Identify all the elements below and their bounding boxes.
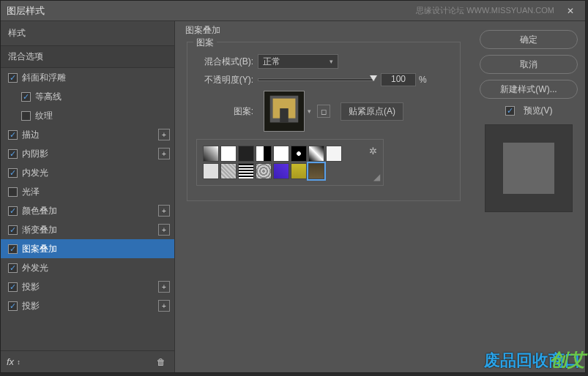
style-label: 图案叠加 [22,243,170,255]
style-checkbox[interactable] [8,206,18,216]
pattern-swatch[interactable] [220,146,237,162]
pattern-swatch[interactable] [238,163,254,179]
pattern-swatch[interactable] [220,163,237,179]
dialog-title: 图层样式 [7,4,416,18]
style-label: 投影 [22,300,155,312]
gear-icon[interactable]: ✲ [369,146,377,157]
opacity-slider[interactable] [258,78,375,81]
pattern-swatch[interactable] [291,163,307,179]
style-checkbox[interactable] [8,225,18,235]
style-item-0[interactable]: 斜面和浮雕 [1,68,174,87]
style-checkbox[interactable] [21,92,31,102]
style-item-4[interactable]: 内阴影+ [1,144,174,163]
pattern-group: 图案 混合模式(B): 正常 ▾ 不透明度(Y): 100 % 图案: [187,42,461,201]
chevron-down-icon: ▾ [330,58,333,65]
pattern-swatch[interactable] [273,163,289,179]
style-label: 光泽 [22,186,170,198]
style-label: 投影 [22,281,155,293]
panel-title: 图案叠加 [185,24,220,37]
style-checkbox[interactable] [8,263,18,273]
trash-icon[interactable]: 🗑 [157,357,168,367]
pattern-swatch[interactable] [273,146,289,162]
style-checkbox[interactable] [8,301,18,311]
pattern-swatch[interactable] [308,163,324,179]
style-item-2[interactable]: 纹理 [1,106,174,125]
svg-rect-3 [280,108,289,122]
pattern-swatch[interactable] [291,146,307,162]
pattern-swatch[interactable] [308,146,324,162]
pattern-preview[interactable] [264,91,305,132]
snap-origin-button[interactable]: 贴紧原点(A) [340,102,403,121]
pattern-dropdown-icon[interactable]: ▾ [308,108,311,115]
style-checkbox[interactable] [21,111,31,121]
style-item-6[interactable]: 光泽 [1,182,174,201]
style-checkbox[interactable] [8,73,18,83]
pattern-swatch[interactable] [256,146,272,162]
style-item-11[interactable]: 投影+ [1,277,174,296]
opacity-unit: % [419,75,427,85]
blend-mode-label: 混合模式(B): [196,56,253,68]
blend-options-header[interactable]: 混合选项 [1,45,174,68]
pattern-label: 图案: [196,105,253,118]
style-item-10[interactable]: 外发光 [1,258,174,277]
pattern-swatch[interactable] [203,163,219,179]
cancel-button[interactable]: 取消 [480,55,578,74]
style-checkbox[interactable] [8,282,18,292]
style-item-1[interactable]: 等高线 [1,87,174,106]
action-panel: 确定 取消 新建样式(W)... 预览(V) [472,21,585,372]
style-label: 外发光 [22,262,170,274]
fx-icon[interactable]: fx [7,356,14,367]
styles-header[interactable]: 样式 [1,21,174,45]
layer-style-dialog: 图层样式 思缘设计论坛 WWW.MISSYUAN.COM ✕ 样式 混合选项 斜… [0,0,586,373]
add-effect-icon[interactable]: + [158,281,170,293]
pattern-swatch[interactable] [256,163,272,179]
style-checkbox[interactable] [8,130,18,140]
new-pattern-icon[interactable]: ◻ [317,105,330,118]
style-checkbox[interactable] [8,244,18,254]
preview-swatch [503,143,554,194]
opacity-label: 不透明度(Y): [196,74,253,86]
style-item-7[interactable]: 颜色叠加+ [1,201,174,220]
add-effect-icon[interactable]: + [158,129,170,140]
ok-button[interactable]: 确定 [480,30,578,49]
style-checkbox[interactable] [8,168,18,178]
swatch-grid [203,146,349,179]
blend-mode-select[interactable]: 正常 ▾ [258,54,338,69]
add-effect-icon[interactable]: + [158,300,170,312]
style-item-8[interactable]: 渐变叠加+ [1,220,174,239]
pattern-swatch[interactable] [326,146,342,162]
opacity-input[interactable]: 100 [381,73,416,86]
style-item-12[interactable]: 投影+ [1,296,174,315]
preview-label: 预览(V) [524,105,553,117]
add-effect-icon[interactable]: + [158,205,170,217]
style-checkbox[interactable] [8,149,18,159]
style-list: 斜面和浮雕等高线纹理描边+内阴影+内发光光泽颜色叠加+渐变叠加+图案叠加外发光投… [1,68,174,350]
style-label: 内发光 [22,167,170,179]
style-item-9[interactable]: 图案叠加 [1,239,174,258]
style-label: 纹理 [35,110,170,122]
pattern-swatch[interactable] [238,146,254,162]
preview-toggle[interactable]: 预览(V) [480,105,578,117]
blend-mode-value: 正常 [263,56,330,68]
preview-checkbox[interactable] [505,106,515,116]
style-label: 等高线 [35,91,170,103]
new-style-button[interactable]: 新建样式(W)... [480,80,578,99]
pattern-swatch[interactable] [203,146,219,162]
style-item-3[interactable]: 描边+ [1,125,174,144]
dialog-body: 样式 混合选项 斜面和浮雕等高线纹理描边+内阴影+内发光光泽颜色叠加+渐变叠加+… [1,21,585,372]
add-effect-icon[interactable]: + [158,148,170,159]
watermark-text: 思缘设计论坛 WWW.MISSYUAN.COM [416,5,554,16]
style-label: 斜面和浮雕 [22,72,170,84]
slider-thumb-icon[interactable] [370,75,377,81]
style-item-5[interactable]: 内发光 [1,163,174,182]
pattern-overlay-panel: 图案叠加 图案 混合模式(B): 正常 ▾ 不透明度(Y): 100 % [175,21,472,372]
resize-handle-icon[interactable]: ◢ [373,172,380,182]
pattern-group-title: 图案 [193,37,217,49]
style-checkbox[interactable] [8,187,18,197]
fx-menu-arrows[interactable]: ↕ [17,358,21,366]
preview-box [485,124,573,212]
add-effect-icon[interactable]: + [158,224,170,236]
sidebar-footer: fx ↕ 🗑 [1,350,174,372]
pattern-picker: ✲ ◢ [196,139,384,186]
close-icon[interactable]: ✕ [562,6,579,16]
